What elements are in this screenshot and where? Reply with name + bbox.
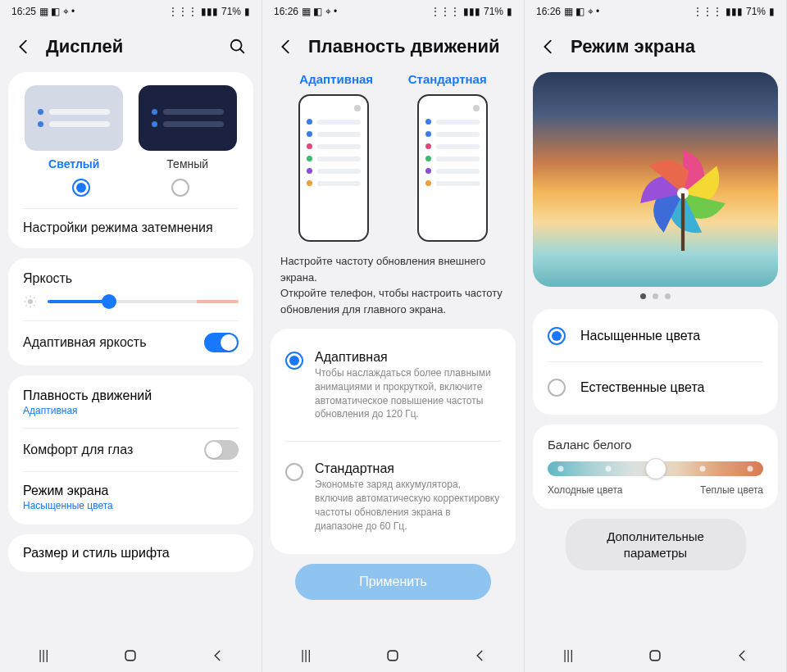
nav-recent[interactable]: ||| — [34, 647, 52, 665]
font-card[interactable]: Размер и стиль шрифта — [8, 534, 253, 572]
status-time: 16:25 — [11, 6, 36, 17]
refresh-rate-options: Адаптивная Чтобы наслаждаться более плав… — [271, 329, 516, 554]
back-button[interactable] — [277, 38, 295, 56]
pane-screen-mode: 16:26 ▦ ◧ ⌖ • ⋮⋮⋮ ▮▮▮ 71% ▮ Режим экрана — [525, 0, 787, 672]
pane-display: 16:25 ▦ ◧ ⌖ • ⋮⋮⋮ ▮▮▮ 71% ▮ Дисплей — [0, 0, 262, 672]
battery-icon: ▮ — [769, 6, 775, 17]
eye-comfort-toggle[interactable] — [204, 440, 239, 460]
display-options-card: Плавность движений Адаптивная Комфорт дл… — [8, 375, 253, 524]
mode-vivid[interactable]: Насыщенные цвета — [548, 322, 763, 350]
radio-adaptive[interactable] — [285, 352, 303, 370]
theme-option-dark[interactable]: Темный — [137, 85, 239, 170]
status-time: 16:26 — [274, 6, 298, 17]
page-title: Режим экрана — [571, 36, 771, 57]
pager-dot[interactable] — [665, 293, 671, 299]
page-title: Дисплей — [46, 36, 216, 57]
signal-icon: ▮▮▮ — [463, 6, 480, 17]
nav-recent[interactable]: ||| — [559, 647, 577, 665]
wifi-icon: ⋮⋮⋮ — [430, 6, 460, 17]
theme-card: Светлый Темный Настройки режима затемнен… — [8, 72, 253, 248]
white-balance-slider[interactable] — [548, 461, 763, 476]
radio-vivid[interactable] — [548, 327, 566, 345]
status-bar: 16:26 ▦ ◧ ⌖ • ⋮⋮⋮ ▮▮▮ 71% ▮ — [262, 0, 524, 23]
nav-back[interactable] — [734, 647, 752, 665]
refresh-rate-description: Настройте частоту обновления внешнего эк… — [262, 253, 524, 329]
theme-preview-dark — [139, 85, 237, 151]
brightness-card: Яркость Адаптивная яркость — [8, 258, 253, 366]
search-button[interactable] — [229, 38, 247, 56]
eye-comfort-label: Комфорт для глаз — [23, 443, 133, 457]
adaptive-brightness-label: Адаптивная яркость — [23, 335, 146, 350]
svg-line-7 — [34, 305, 35, 306]
status-battery: 71% — [484, 6, 503, 17]
brightness-slider[interactable] — [48, 300, 239, 303]
wifi-icon: ⋮⋮⋮ — [168, 6, 198, 17]
back-button[interactable] — [539, 38, 557, 56]
nav-back[interactable] — [209, 647, 227, 665]
motion-smoothness-link[interactable]: Плавность движений Адаптивная — [23, 388, 239, 416]
status-icons-left: ▦ ◧ ⌖ • — [564, 6, 599, 17]
theme-preview-light — [25, 85, 123, 151]
nav-home[interactable] — [646, 647, 664, 665]
brightness-icon — [23, 294, 38, 309]
signal-icon: ▮▮▮ — [201, 6, 218, 17]
signal-icon: ▮▮▮ — [726, 6, 743, 17]
status-icons-left: ▦ ◧ ⌖ • — [39, 6, 75, 17]
color-mode-card: Насыщенные цвета Естественные цвета — [533, 309, 778, 415]
wb-warm-label: Теплые цвета — [700, 484, 763, 496]
wifi-icon: ⋮⋮⋮ — [693, 6, 722, 17]
pager-dot[interactable] — [640, 293, 646, 299]
adaptive-brightness-toggle[interactable] — [204, 333, 239, 352]
status-battery: 71% — [221, 6, 241, 17]
theme-label-light: Светлый — [48, 157, 99, 170]
battery-icon: ▮ — [244, 6, 250, 17]
svg-line-9 — [34, 297, 35, 298]
pager-dot[interactable] — [653, 293, 658, 299]
preview-pager[interactable] — [525, 293, 786, 299]
svg-rect-10 — [126, 651, 136, 661]
color-preview-image[interactable] — [533, 72, 778, 287]
refresh-rate-headers: Адаптивная Стандартная — [282, 72, 504, 86]
radio-theme-dark[interactable] — [171, 179, 189, 197]
nav-back[interactable] — [471, 647, 489, 665]
phone-preview-adaptive — [298, 94, 369, 242]
phone-preview-standard — [417, 94, 488, 242]
white-balance-card: Баланс белого Холодные цвета Теплые цвет… — [533, 425, 778, 509]
mode-natural[interactable]: Естественные цвета — [548, 374, 763, 402]
option-adaptive[interactable]: Адаптивная Чтобы наслаждаться более плав… — [285, 342, 501, 429]
pinwheel-icon — [626, 136, 740, 251]
svg-rect-11 — [389, 651, 398, 661]
nav-home[interactable] — [121, 647, 139, 665]
status-bar: 16:25 ▦ ◧ ⌖ • ⋮⋮⋮ ▮▮▮ 71% ▮ — [0, 0, 262, 23]
theme-label-dark: Темный — [166, 157, 208, 170]
nav-bar: ||| — [262, 639, 524, 672]
status-bar: 16:26 ▦ ◧ ⌖ • ⋮⋮⋮ ▮▮▮ 71% ▮ — [525, 0, 786, 23]
brightness-title: Яркость — [23, 271, 239, 286]
option-standard[interactable]: Стандартная Экономьте заряд аккумулятора… — [285, 453, 501, 541]
nav-recent[interactable]: ||| — [297, 647, 315, 665]
svg-line-8 — [25, 305, 27, 306]
screen-mode-link[interactable]: Режим экрана Насыщенные цвета — [23, 484, 239, 511]
nav-bar: ||| — [0, 639, 262, 672]
wb-cold-label: Холодные цвета — [548, 484, 623, 496]
pane-motion: 16:26 ▦ ◧ ⌖ • ⋮⋮⋮ ▮▮▮ 71% ▮ Плавность дв… — [262, 0, 525, 672]
white-balance-title: Баланс белого — [548, 438, 763, 452]
page-title: Плавность движений — [308, 36, 509, 57]
back-button[interactable] — [15, 38, 33, 56]
status-time: 16:26 — [536, 6, 561, 17]
more-settings-button[interactable]: Дополнительные параметры — [566, 519, 746, 570]
nav-bar: ||| — [525, 639, 786, 672]
status-battery: 71% — [746, 6, 766, 17]
radio-standard[interactable] — [285, 463, 303, 481]
svg-point-1 — [28, 299, 33, 304]
radio-theme-light[interactable] — [72, 179, 90, 197]
status-icons-left: ▦ ◧ ⌖ • — [302, 6, 337, 17]
nav-home[interactable] — [384, 647, 402, 665]
apply-button[interactable]: Применить — [295, 564, 491, 600]
battery-icon: ▮ — [507, 6, 512, 17]
theme-option-light[interactable]: Светлый — [23, 85, 125, 170]
darkmode-settings-link[interactable]: Настройки режима затемнения — [23, 220, 239, 235]
svg-line-6 — [25, 297, 27, 298]
svg-rect-14 — [651, 651, 661, 661]
radio-natural[interactable] — [548, 379, 566, 397]
